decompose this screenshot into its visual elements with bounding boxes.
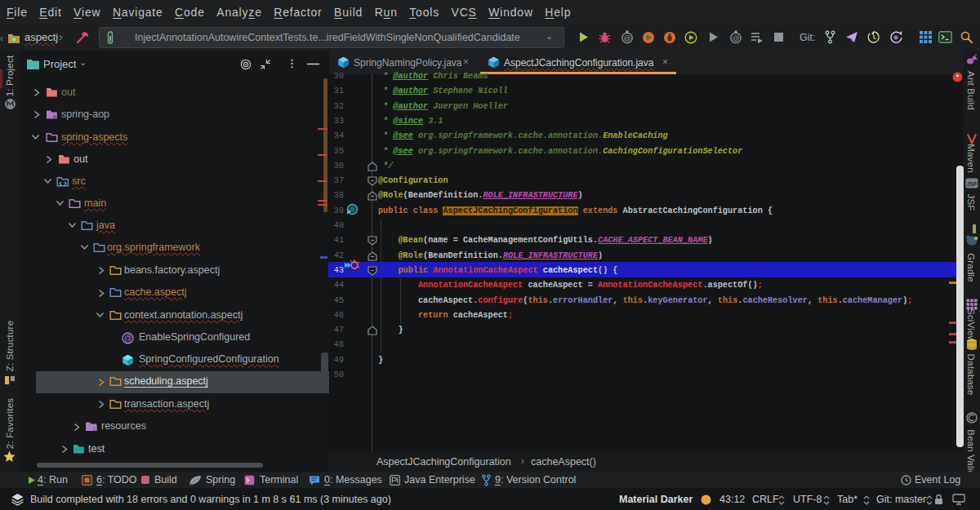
svg-text:@: @ bbox=[732, 34, 739, 42]
svg-text:@: @ bbox=[623, 34, 630, 42]
svg-text:@: @ bbox=[123, 334, 131, 343]
